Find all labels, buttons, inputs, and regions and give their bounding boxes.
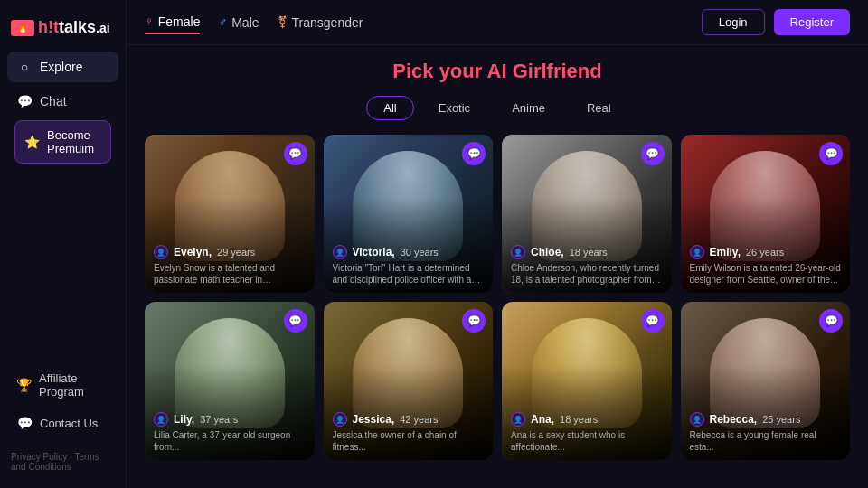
card-rebecca-age: 25 years bbox=[762, 414, 800, 425]
card-emily-avatar: 👤 bbox=[690, 245, 704, 259]
card-evelyn-avatar: 👤 bbox=[154, 245, 168, 259]
sidebar-bottom: 🏆 Affiliate Program 💬 Contact Us bbox=[0, 358, 126, 445]
card-evelyn-info: 👤 Evelyn, 29 years Evelyn Snow is a tale… bbox=[145, 238, 315, 293]
filter-tabs: All Exotic Anime Real bbox=[145, 96, 850, 120]
card-lily-avatar: 👤 bbox=[154, 412, 168, 427]
card-emily-desc: Emily Wilson is a talented 26-year-old d… bbox=[690, 262, 842, 286]
card-evelyn[interactable]: 💬 👤 Evelyn, 29 years Evelyn Snow is a ta… bbox=[145, 135, 315, 293]
card-rebecca-name-row: 👤 Rebecca, 25 years bbox=[690, 412, 842, 427]
logo-hot: h!t bbox=[38, 18, 59, 36]
card-victoria[interactable]: 💬 👤 Victoria, 30 years Victoria "Tori" H… bbox=[324, 135, 494, 293]
male-icon: ♂ bbox=[218, 15, 227, 29]
sidebar-affiliate-label: Affiliate Program bbox=[39, 371, 109, 399]
tab-transgender-label: Transgender bbox=[292, 15, 363, 30]
card-chloe-avatar: 👤 bbox=[511, 245, 525, 259]
card-rebecca-name: Rebecca, bbox=[710, 413, 758, 426]
card-chloe-desc: Chloe Anderson, who recently turned 18, … bbox=[511, 262, 663, 286]
premium-icon: ⭐ bbox=[24, 134, 40, 150]
card-emily-name-row: 👤 Emily, 26 years bbox=[690, 245, 842, 259]
card-jessica-info: 👤 Jessica, 42 years Jessica the owner of… bbox=[324, 405, 494, 460]
card-emily-info: 👤 Emily, 26 years Emily Wilson is a tale… bbox=[681, 238, 851, 293]
card-victoria-name: Victoria, bbox=[353, 246, 395, 258]
card-ana-chat[interactable]: 💬 bbox=[641, 309, 665, 333]
card-victoria-age: 30 years bbox=[401, 247, 439, 258]
sidebar-item-affiliate[interactable]: 🏆 Affiliate Program bbox=[7, 365, 118, 405]
card-lily-chat[interactable]: 💬 bbox=[284, 309, 307, 333]
card-ana[interactable]: 💬 👤 Ana, 18 years Ana is a sexy student … bbox=[502, 302, 672, 460]
filter-all[interactable]: All bbox=[366, 96, 413, 120]
tab-male-label: Male bbox=[231, 15, 259, 30]
tab-female-label: Female bbox=[158, 14, 201, 29]
tab-female[interactable]: ♀ Female bbox=[145, 11, 200, 34]
card-rebecca[interactable]: 💬 👤 Rebecca, 25 years Rebecca is a young… bbox=[681, 302, 851, 460]
card-emily[interactable]: 💬 👤 Emily, 26 years Emily Wilson is a ta… bbox=[681, 135, 851, 293]
sidebar-item-explore[interactable]: ○ Explore bbox=[7, 52, 118, 82]
contact-icon: 💬 bbox=[16, 415, 33, 431]
sidebar-item-premium[interactable]: ⭐ Become Premuim bbox=[14, 120, 111, 164]
card-chloe[interactable]: 💬 👤 Chloe, 18 years Chloe Anderson, who … bbox=[502, 135, 672, 293]
card-lily-age: 37 years bbox=[200, 414, 238, 425]
female-icon: ♀ bbox=[145, 14, 154, 28]
sidebar-footer: Privacy Policy · Terms and Conditions bbox=[0, 445, 126, 479]
card-jessica-avatar: 👤 bbox=[333, 412, 347, 427]
filter-real[interactable]: Real bbox=[570, 96, 628, 120]
page-title: Pick your AI Girlfriend bbox=[145, 60, 850, 83]
card-rebecca-chat[interactable]: 💬 bbox=[819, 309, 843, 333]
card-jessica[interactable]: 💬 👤 Jessica, 42 years Jessica the owner … bbox=[324, 302, 494, 460]
filter-exotic[interactable]: Exotic bbox=[421, 96, 487, 120]
card-ana-avatar: 👤 bbox=[511, 412, 525, 427]
cards-grid: 💬 👤 Evelyn, 29 years Evelyn Snow is a ta… bbox=[145, 135, 850, 460]
card-ana-info: 👤 Ana, 18 years Ana is a sexy student wh… bbox=[502, 405, 672, 460]
explore-icon: ○ bbox=[16, 59, 33, 75]
chat-icon: 💬 bbox=[16, 93, 33, 109]
tab-male[interactable]: ♂ Male bbox=[218, 11, 259, 34]
content-area: Pick your AI Girlfriend All Exotic Anime… bbox=[127, 45, 868, 488]
card-evelyn-desc: Evelyn Snow is a talented and passionate… bbox=[154, 262, 306, 286]
card-victoria-chat[interactable]: 💬 bbox=[462, 142, 486, 165]
tab-transgender[interactable]: ⚧ Transgender bbox=[278, 11, 363, 34]
card-emily-chat[interactable]: 💬 bbox=[819, 142, 843, 165]
card-jessica-name: Jessica, bbox=[353, 413, 395, 426]
page-title-highlight: Girlfriend bbox=[513, 60, 602, 82]
card-evelyn-age: 29 years bbox=[217, 247, 255, 258]
card-rebecca-desc: Rebecca is a young female real esta... bbox=[690, 429, 842, 453]
privacy-link[interactable]: Privacy Policy bbox=[11, 452, 67, 462]
logo-text: h!ttalks.ai bbox=[38, 18, 110, 37]
card-victoria-desc: Victoria "Tori" Hart is a determined and… bbox=[333, 262, 485, 286]
card-chloe-age: 18 years bbox=[570, 247, 608, 258]
filter-anime[interactable]: Anime bbox=[495, 96, 562, 120]
sidebar: 🔥 h!ttalks.ai ○ Explore 💬 Chat ⭐ Become … bbox=[0, 0, 127, 488]
card-ana-desc: Ana is a sexy student who is affectionat… bbox=[511, 429, 663, 453]
auth-buttons: Login Register bbox=[702, 9, 850, 35]
card-lily[interactable]: 💬 👤 Lily, 37 years Lilia Carter, a 37-ye… bbox=[145, 302, 315, 460]
card-chloe-name: Chloe, bbox=[531, 246, 564, 258]
sidebar-item-contact[interactable]: 💬 Contact Us bbox=[7, 408, 118, 437]
sidebar-item-chat[interactable]: 💬 Chat bbox=[7, 86, 118, 117]
card-lily-name-row: 👤 Lily, 37 years bbox=[154, 412, 306, 427]
logo-ai: .ai bbox=[96, 21, 110, 35]
card-jessica-age: 42 years bbox=[400, 414, 438, 425]
login-button[interactable]: Login bbox=[702, 9, 765, 35]
sidebar-item-explore-label: Explore bbox=[40, 60, 82, 74]
card-victoria-info: 👤 Victoria, 30 years Victoria "Tori" Har… bbox=[324, 238, 494, 293]
card-emily-age: 26 years bbox=[746, 247, 784, 258]
sidebar-item-chat-label: Chat bbox=[40, 94, 67, 108]
card-jessica-name-row: 👤 Jessica, 42 years bbox=[333, 412, 485, 427]
page-title-static: Pick your AI bbox=[392, 60, 512, 82]
card-evelyn-name: Evelyn, bbox=[174, 246, 212, 258]
card-rebecca-info: 👤 Rebecca, 25 years Rebecca is a young f… bbox=[681, 405, 851, 460]
card-chloe-chat[interactable]: 💬 bbox=[641, 142, 665, 165]
affiliate-icon: 🏆 bbox=[16, 377, 32, 393]
card-emily-name: Emily, bbox=[710, 246, 741, 258]
card-chloe-name-row: 👤 Chloe, 18 years bbox=[511, 245, 663, 259]
card-victoria-name-row: 👤 Victoria, 30 years bbox=[333, 245, 485, 259]
logo: 🔥 h!ttalks.ai bbox=[0, 9, 126, 52]
card-jessica-chat[interactable]: 💬 bbox=[462, 309, 486, 333]
sidebar-nav: ○ Explore 💬 Chat ⭐ Become Premuim bbox=[0, 52, 126, 358]
gender-tabs: ♀ Female ♂ Male ⚧ Transgender bbox=[145, 11, 363, 34]
register-button[interactable]: Register bbox=[774, 9, 850, 35]
sidebar-contact-label: Contact Us bbox=[40, 417, 98, 430]
card-lily-name: Lily, bbox=[174, 413, 194, 426]
card-evelyn-chat[interactable]: 💬 bbox=[284, 142, 307, 165]
logo-talks: talks bbox=[59, 18, 96, 36]
